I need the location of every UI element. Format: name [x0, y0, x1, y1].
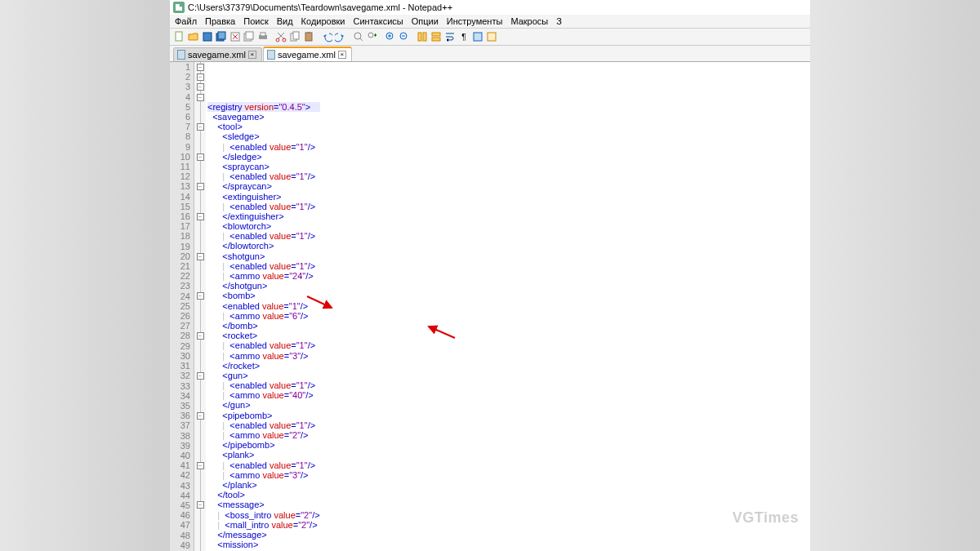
file-icon [177, 50, 185, 60]
svg-rect-13 [305, 33, 312, 41]
menu-options[interactable]: Опции [412, 16, 439, 26]
save-icon[interactable] [201, 30, 214, 43]
zoom-in-icon[interactable] [384, 30, 397, 43]
svg-rect-6 [246, 32, 253, 39]
find-icon[interactable] [352, 30, 365, 43]
tab-label: savegame.xml [278, 50, 336, 60]
print-icon[interactable] [256, 30, 270, 43]
menu-view[interactable]: Вид [277, 16, 293, 26]
app-icon [173, 2, 185, 13]
watermark: VGTimes [733, 509, 799, 527]
replace-icon[interactable] [366, 30, 379, 43]
svg-line-26 [429, 327, 455, 338]
doc-map-icon[interactable] [485, 30, 498, 43]
tab-close-icon[interactable]: × [338, 51, 346, 59]
toolbar: ¶ [170, 29, 810, 46]
svg-rect-14 [307, 32, 310, 33]
tab-savegame-2[interactable]: savegame.xml × [263, 47, 352, 61]
menu-encodings[interactable]: Кодировки [301, 16, 345, 26]
wrap-icon[interactable] [443, 30, 457, 43]
file-icon [267, 50, 275, 60]
save-all-icon[interactable] [215, 30, 228, 43]
tab-close-icon[interactable]: × [248, 51, 256, 59]
menu-more[interactable]: З [556, 16, 562, 26]
line-number-gutter: 1234567891011121314151617181920212223242… [170, 62, 194, 551]
window-title: C:\Users\37379\Documents\Teardown\savega… [188, 2, 452, 12]
menu-edit[interactable]: Правка [205, 16, 235, 26]
code-area[interactable]: <registry version="0.4.5"> <savegame> <t… [206, 62, 320, 551]
menu-search[interactable]: Поиск [243, 16, 268, 26]
tab-bar: savegame.xml × savegame.xml × [170, 46, 810, 62]
zoom-out-icon[interactable] [398, 30, 411, 43]
annotation-arrow-2 [394, 315, 457, 353]
titlebar[interactable]: C:\Users\37379\Documents\Teardown\savega… [170, 0, 810, 15]
svg-rect-22 [432, 38, 440, 41]
sync-v-icon[interactable] [416, 30, 429, 43]
svg-rect-12 [293, 32, 299, 39]
svg-rect-3 [218, 32, 225, 39]
paste-icon[interactable] [302, 30, 315, 43]
cut-icon[interactable] [274, 30, 287, 43]
new-icon[interactable] [173, 30, 186, 43]
menu-macros[interactable]: Макросы [510, 16, 548, 26]
open-icon[interactable] [187, 30, 200, 43]
undo-icon[interactable] [320, 30, 333, 43]
svg-rect-23 [474, 33, 482, 41]
show-all-icon[interactable]: ¶ [457, 30, 470, 43]
tab-label: savegame.xml [188, 50, 246, 60]
svg-rect-1 [203, 33, 212, 41]
svg-point-15 [354, 33, 361, 39]
sync-h-icon[interactable] [430, 30, 443, 43]
menubar: Файл Правка Поиск Вид Кодировки Синтакси… [170, 15, 810, 29]
close-all-icon[interactable] [243, 30, 256, 43]
notepadpp-window: C:\Users\37379\Documents\Teardown\savega… [170, 0, 810, 551]
redo-icon[interactable] [334, 30, 347, 43]
copy-icon[interactable] [288, 30, 301, 43]
indent-guide-icon[interactable] [471, 30, 484, 43]
menu-tools[interactable]: Инструменты [447, 16, 503, 26]
close-icon[interactable] [229, 30, 242, 43]
svg-rect-20 [423, 33, 426, 41]
fold-gutter[interactable]: −−−−−−−−−−−−−−− [194, 62, 206, 551]
svg-rect-8 [261, 33, 265, 36]
svg-rect-24 [488, 33, 496, 41]
tab-savegame-1[interactable]: savegame.xml × [173, 47, 262, 61]
svg-point-16 [368, 33, 373, 38]
svg-rect-19 [418, 33, 421, 41]
menu-syntax[interactable]: Синтаксисы [354, 16, 403, 26]
menu-file[interactable]: Файл [175, 16, 197, 26]
svg-rect-21 [432, 33, 440, 36]
editor[interactable]: 1234567891011121314151617181920212223242… [170, 62, 810, 551]
svg-rect-0 [176, 32, 182, 41]
